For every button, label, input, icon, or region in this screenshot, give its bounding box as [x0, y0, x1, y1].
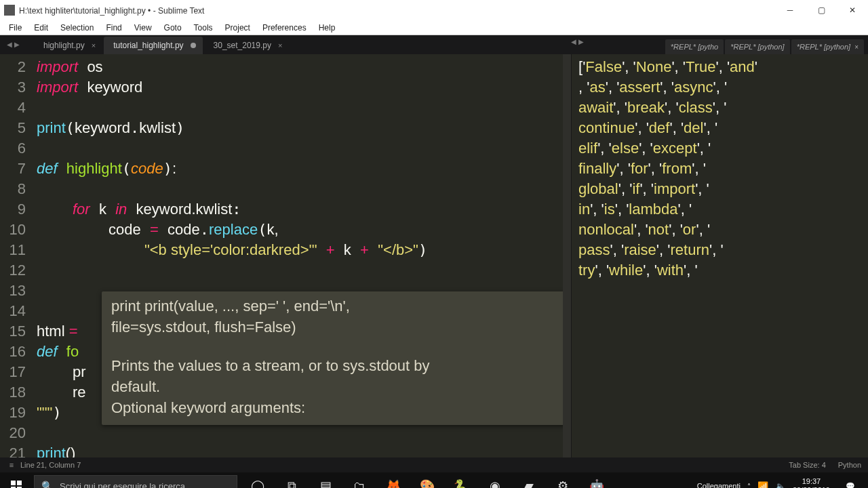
tab-tutorial-highlight-py[interactable]: tutorial_highlight.py [104, 37, 202, 54]
maximize-button[interactable]: ▢ [806, 0, 837, 20]
tab-30-set-2019-py[interactable]: 30_set_2019.py× [204, 37, 290, 54]
gutter: 23456789101112131415161718192021 [0, 54, 33, 458]
status-position: Line 21, Column 7 [20, 461, 81, 469]
start-button[interactable] [0, 472, 33, 488]
menu-find[interactable]: Find [100, 22, 127, 34]
menu-edit[interactable]: Edit [28, 22, 54, 34]
tray-overflow-icon[interactable]: ˄ [747, 483, 751, 489]
menu-icon[interactable]: ≡ [7, 461, 16, 469]
clock[interactable]: 19:37 29/09/2019 [793, 477, 830, 488]
python-icon[interactable]: 🐍 [448, 472, 475, 488]
tab-nav-arrows[interactable]: ◀ ▶ [7, 35, 20, 54]
tooltip-signature: print print(value, ..., sep=' ', end='\n… [111, 296, 563, 338]
close-icon[interactable]: × [92, 41, 96, 49]
tab-highlight-py[interactable]: highlight.py× [34, 37, 102, 54]
taskbar-search[interactable]: 🔍 Scrivi qui per eseguire la ricerca [34, 475, 237, 488]
menu-tools[interactable]: Tools [188, 22, 219, 34]
statusbar: ≡ Line 21, Column 7 Tab Size: 4 Python [0, 458, 868, 472]
app-icon[interactable]: 🤖 [583, 472, 610, 488]
svg-rect-1 [17, 481, 22, 485]
minimize-button[interactable]: ─ [774, 0, 806, 20]
taskbar-icons: ◯ ⧉ ▤ 🗂 🦊 🎨 🐍 ◉ ▰ ⚙ 🤖 [244, 472, 610, 488]
repl-tabstrip: *REPL* [pytho *REPL* [python] *REPL* [py… [664, 35, 864, 54]
menu-view[interactable]: View [128, 22, 158, 34]
menu-preferences[interactable]: Preferences [256, 22, 313, 34]
unsaved-dot-icon [191, 43, 196, 48]
minimap[interactable] [563, 54, 571, 458]
tab-repl-0[interactable]: *REPL* [pytho [665, 39, 724, 54]
repl-output: ['False', 'None', 'True', 'and' , 'as', … [578, 58, 757, 279]
status-language[interactable]: Python [838, 461, 861, 469]
taskview-icon[interactable]: ⧉ [278, 472, 305, 488]
tab-repl-1[interactable]: *REPL* [python] [725, 39, 790, 54]
tray-links[interactable]: Collegamenti [697, 482, 741, 488]
app-icon [4, 5, 15, 16]
search-icon: 🔍 [41, 481, 53, 488]
tooltip-description: Prints the values to a stream, or to sys… [111, 355, 563, 418]
chrome-icon[interactable]: ◉ [481, 472, 509, 488]
svg-rect-0 [11, 481, 16, 485]
window-title: H:\text highliter\tutorial_highlight.py … [19, 5, 774, 16]
sublime-icon[interactable]: ▰ [515, 472, 542, 488]
volume-icon[interactable]: 🔈 [775, 481, 786, 489]
close-icon[interactable]: × [278, 41, 282, 49]
settings-icon[interactable]: ⚙ [549, 472, 576, 488]
terminal-icon[interactable]: ▤ [312, 472, 339, 488]
menubar: File Edit Selection Find View Goto Tools… [0, 20, 868, 35]
repl-output-pane[interactable]: ['False', 'None', 'True', 'and' , 'as', … [571, 54, 868, 458]
editor-pane[interactable]: 23456789101112131415161718192021 import … [0, 54, 563, 458]
taskbar-search-placeholder: Scrivi qui per eseguire la ricerca [60, 481, 185, 489]
wifi-icon[interactable]: 📶 [757, 481, 768, 489]
cortana-icon[interactable]: ◯ [244, 472, 271, 488]
tab-repl-2[interactable]: *REPL* [python]× [791, 39, 864, 54]
signature-tooltip: print print(value, ..., sep=' ', end='\n… [102, 291, 563, 425]
window-titlebar: H:\text highliter\tutorial_highlight.py … [0, 0, 868, 20]
firefox-icon[interactable]: 🦊 [380, 472, 407, 488]
close-button[interactable]: ✕ [837, 0, 868, 20]
paint-icon[interactable]: 🎨 [414, 472, 441, 488]
menu-file[interactable]: File [3, 22, 28, 34]
menu-project[interactable]: Project [219, 22, 256, 34]
windows-taskbar: 🔍 Scrivi qui per eseguire la ricerca ◯ ⧉… [0, 472, 868, 488]
menu-goto[interactable]: Goto [158, 22, 188, 34]
system-tray: Collegamenti ˄ 📶 🔈 19:37 29/09/2019 💬 [697, 472, 864, 488]
menu-help[interactable]: Help [313, 22, 342, 34]
menu-selection[interactable]: Selection [54, 22, 100, 34]
close-icon[interactable]: × [854, 43, 859, 51]
status-tabsize[interactable]: Tab Size: 4 [789, 461, 825, 469]
explorer-icon[interactable]: 🗂 [346, 472, 373, 488]
tab-nav-arrows-right[interactable]: ◀ ▶ [571, 38, 584, 45]
notifications-icon[interactable]: 💬 [837, 472, 864, 488]
